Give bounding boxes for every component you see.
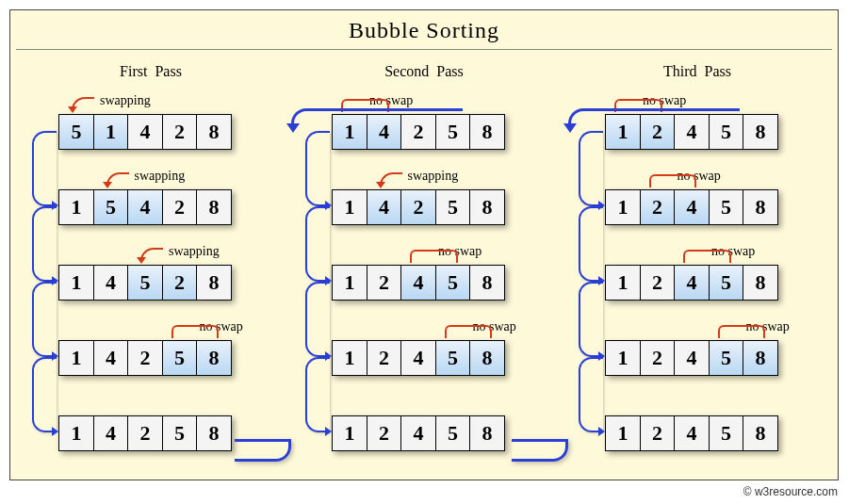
array-cell: 4 <box>367 189 402 225</box>
array-cell: 2 <box>367 340 402 376</box>
row-connector-icon <box>579 206 603 282</box>
array-cell: 8 <box>196 189 232 225</box>
noswap-bracket-icon <box>171 325 220 338</box>
array-cell: 4 <box>93 340 129 376</box>
credit-text: © w3resource.com <box>743 485 838 498</box>
array-cell: 8 <box>469 114 505 150</box>
array-cell: 4 <box>127 114 163 150</box>
array-cell: 5 <box>162 415 198 451</box>
array-cell: 1 <box>58 189 94 225</box>
array-cell: 1 <box>58 415 94 451</box>
array-cell: 5 <box>709 189 744 225</box>
array-row: 12458 <box>565 395 829 451</box>
array: 12458 <box>605 415 778 451</box>
array-cell: 8 <box>196 114 232 150</box>
array-cell: 4 <box>400 265 436 301</box>
array-cell: 2 <box>400 189 436 225</box>
array-cell: 2 <box>162 189 198 225</box>
noswap-bracket-icon <box>410 250 458 263</box>
array-cell: 2 <box>640 265 676 301</box>
array-row: 12458no swap <box>565 93 829 169</box>
array-cell: 4 <box>400 415 436 451</box>
array-cell: 2 <box>162 265 198 301</box>
array-cell: 8 <box>196 415 232 451</box>
array-cell: 1 <box>332 265 367 301</box>
array-cell: 8 <box>469 415 505 451</box>
array-cell: 8 <box>469 340 505 376</box>
array: 51428 <box>58 114 232 150</box>
array-cell: 1 <box>605 340 641 376</box>
array-cell: 1 <box>93 114 129 150</box>
array-row: 12458no swap <box>565 319 829 395</box>
array-cell: 5 <box>127 265 163 301</box>
array-cell: 5 <box>709 415 744 451</box>
array-cell: 8 <box>743 415 778 451</box>
row-connector-icon <box>579 357 603 432</box>
array-cell: 5 <box>435 265 471 301</box>
connector-pass3-incoming <box>568 108 740 129</box>
swap-label: swapping <box>100 93 151 108</box>
noswap-bracket-icon <box>445 325 493 338</box>
array-cell: 1 <box>58 340 94 376</box>
array-cell: 1 <box>605 189 641 225</box>
array-cell: 2 <box>640 415 676 451</box>
array-cell: 1 <box>605 415 641 451</box>
array: 12458 <box>605 340 778 376</box>
array-row: 12458no swap <box>565 244 829 319</box>
array-row: 14258swapping <box>292 169 556 244</box>
array-row: 12458no swap <box>292 319 556 395</box>
array: 14528 <box>58 265 232 301</box>
swap-arrow-icon <box>380 172 402 186</box>
array-cell: 2 <box>367 265 402 301</box>
diagram-title: Bubble Sorting <box>16 10 832 50</box>
array-cell: 4 <box>400 340 436 376</box>
array: 12458 <box>605 189 778 225</box>
swap-label: swapping <box>408 169 459 184</box>
array-cell: 8 <box>743 340 778 376</box>
swap-label: swapping <box>169 244 220 259</box>
row-connector-icon <box>32 206 57 282</box>
swap-arrow-icon <box>140 248 163 261</box>
row-connector-icon <box>305 282 330 357</box>
diagram-canvas: Bubble Sorting First Pass51428swapping15… <box>9 9 839 480</box>
array-cell: 1 <box>332 340 367 376</box>
array-cell: 2 <box>127 415 163 451</box>
pass-column: First Pass51428swapping15428swapping1452… <box>19 56 283 451</box>
array-cell: 2 <box>127 340 163 376</box>
array-row: 14258no swap <box>19 319 283 395</box>
array-cell: 4 <box>674 415 710 451</box>
array-cell: 2 <box>640 340 676 376</box>
array-cell: 4 <box>674 265 710 301</box>
array-cell: 4 <box>93 415 129 451</box>
array: 14258 <box>58 340 232 376</box>
array-cell: 2 <box>640 189 676 225</box>
array-cell: 5 <box>435 340 471 376</box>
pass-title: First Pass <box>19 56 283 93</box>
row-connector-icon <box>579 282 603 357</box>
array-cell: 5 <box>709 265 744 301</box>
noswap-bracket-icon <box>718 325 766 338</box>
row-connector-icon <box>579 131 603 206</box>
array-cell: 4 <box>93 265 129 301</box>
pass-title: Third Pass <box>565 56 829 93</box>
array-cell: 1 <box>605 265 641 301</box>
array: 15428 <box>58 189 232 225</box>
array-row: 12458no swap <box>565 169 829 244</box>
array: 12458 <box>332 340 505 376</box>
swap-arrow-icon <box>106 172 129 186</box>
array-cell: 1 <box>332 415 367 451</box>
row-connector-icon <box>305 206 330 282</box>
row-connector-icon <box>32 131 57 206</box>
connector-pass1-to-pass2 <box>235 439 291 462</box>
row-connector-icon <box>305 131 330 206</box>
array-row: 14528swapping <box>19 244 283 319</box>
array: 14258 <box>58 415 232 451</box>
array-cell: 1 <box>332 189 367 225</box>
noswap-bracket-icon <box>649 174 697 187</box>
array-row: 14258no swap <box>292 93 556 169</box>
array-cell: 1 <box>58 265 94 301</box>
array-cell: 5 <box>162 340 198 376</box>
array-cell: 8 <box>196 340 232 376</box>
array-cell: 8 <box>469 265 505 301</box>
array-cell: 5 <box>435 415 471 451</box>
